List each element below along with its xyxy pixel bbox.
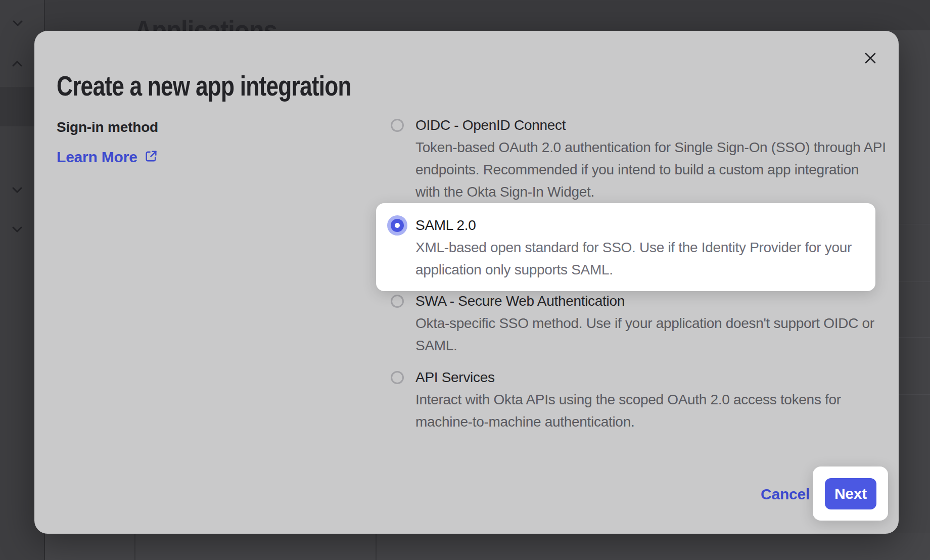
background-table-row-line [899,282,930,282]
option-description: Token-based OAuth 2.0 authentication for… [415,136,901,203]
close-button[interactable] [857,46,884,72]
close-icon [863,51,877,67]
next-button[interactable]: Next [825,478,876,509]
external-link-icon [144,149,158,165]
radio-api-services[interactable] [391,371,404,384]
radio-swa[interactable] [391,295,404,308]
option-label: SWA - Secure Web Authentication [415,290,901,312]
background-table-column-line [134,533,135,560]
background-table-row-line [899,167,930,167]
option-oidc[interactable]: OIDC - OpenID Connect Token-based OAuth … [391,114,901,203]
signin-method-label: Sign-in method [57,119,158,135]
chevron-down-icon[interactable] [12,186,23,194]
chevron-down-icon[interactable] [12,19,23,27]
option-api-services[interactable]: API Services Interact with Okta APIs usi… [391,366,901,433]
background-table-row-line [899,224,930,224]
option-label: API Services [415,366,901,389]
chevron-down-icon[interactable] [12,225,23,234]
background-table-column-line [376,533,377,560]
chevron-up-icon[interactable] [12,60,23,68]
modal-title: Create a new app integration [57,71,351,101]
option-description: Okta-specific SSO method. Use if your ap… [415,312,901,357]
background-table-row-line [899,337,930,338]
option-swa[interactable]: SWA - Secure Web Authentication Okta-spe… [391,290,901,357]
background-table-row-line [899,394,930,395]
app-screen: Applications Create a new app integratio… [0,0,930,560]
learn-more-label: Learn More [57,148,137,166]
background-table-strip [45,533,930,560]
radio-oidc[interactable] [391,119,404,132]
option-label: SAML 2.0 [415,214,476,237]
next-button-spotlight: Next [813,466,888,521]
option-description: XML-based open standard for SSO. Use if … [415,237,852,281]
option-description: Interact with Okta APIs using the scoped… [415,389,901,433]
option-label: OIDC - OpenID Connect [415,114,901,136]
option-saml-spotlight[interactable]: SAML 2.0 XML-based open standard for SSO… [376,203,875,291]
cancel-button[interactable]: Cancel [761,483,810,505]
learn-more-link[interactable]: Learn More [57,148,158,166]
radio-saml-selected[interactable] [391,219,404,232]
